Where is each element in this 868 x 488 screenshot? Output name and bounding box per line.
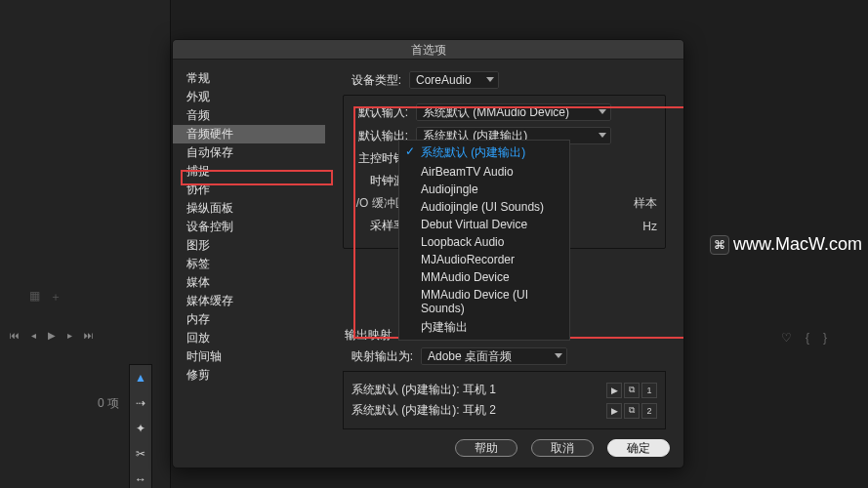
selection-tool-icon[interactable]: ▲ (135, 371, 146, 385)
output-mapping-row: 系统默认 (内建输出): 耳机 1▶⧉1 (351, 380, 657, 400)
map-to-select[interactable]: Adobe 桌面音频 (421, 347, 567, 365)
default-input-select[interactable]: 系统默认 (MMAudio Device) (416, 103, 611, 121)
sidebar-item[interactable]: 音频硬件 (173, 125, 325, 143)
skip-start-icon[interactable]: ⏮ (10, 330, 20, 341)
footer-icons: ♡ { } (781, 331, 827, 345)
dropdown-option[interactable]: AirBeamTV Audio (399, 163, 569, 181)
preferences-sidebar: 常规外观音频音频硬件自动保存捕捉协作操纵面板设备控制图形标签媒体媒体缓存内存回放… (173, 60, 325, 428)
map-to-value: Adobe 桌面音频 (428, 348, 512, 365)
cancel-button[interactable]: 取消 (531, 439, 594, 457)
sidebar-item[interactable]: 自动保存 (173, 143, 325, 162)
map-to-label: 映射输出为: (343, 348, 413, 365)
dropdown-option[interactable]: Audiojingle (UI Sounds) (399, 198, 569, 216)
output-row-number: 1 (641, 383, 657, 398)
output-row-btn[interactable]: ⧉ (624, 403, 640, 419)
skip-end-icon[interactable]: ⏭ (84, 330, 94, 341)
sidebar-item[interactable]: 修剪 (173, 366, 325, 385)
sample-rate-unit: Hz (642, 220, 657, 233)
dialog-title: 首选项 (173, 40, 683, 60)
sidebar-item[interactable]: 时间轴 (173, 347, 325, 366)
project-item-count: 0 项 (98, 395, 119, 412)
output-row-number: 2 (641, 403, 657, 419)
sidebar-item[interactable]: 媒体 (173, 273, 325, 292)
sidebar-item[interactable]: 常规 (173, 69, 325, 88)
ripple-edit-icon[interactable]: ✦ (136, 422, 145, 435)
output-row-btn[interactable]: ⧉ (624, 383, 640, 398)
sidebar-item[interactable]: 回放 (173, 329, 325, 347)
chevron-down-icon (555, 353, 562, 358)
sidebar-item[interactable]: 图形 (173, 236, 325, 255)
track-select-icon[interactable]: ⇢ (136, 396, 145, 410)
sidebar-item[interactable]: 设备控制 (173, 218, 325, 236)
heart-icon[interactable]: ♡ (781, 331, 792, 345)
ok-button[interactable]: 确定 (607, 439, 670, 457)
default-input-value: 系统默认 (MMAudio Device) (423, 104, 569, 121)
sidebar-item[interactable]: 外观 (173, 88, 325, 106)
device-type-select[interactable]: CoreAudio (409, 71, 499, 89)
help-button[interactable]: 帮助 (455, 439, 517, 457)
tool-strip: ▲ ⇢ ✦ ✂ ↔ ✎ (129, 364, 152, 488)
sidebar-item[interactable]: 协作 (173, 181, 325, 199)
new-bin-icon[interactable]: ▦ (29, 289, 40, 305)
sidebar-item[interactable]: 标签 (173, 255, 325, 273)
device-type-value: CoreAudio (416, 73, 472, 87)
sidebar-item[interactable]: 音频 (173, 106, 325, 125)
brace-right-icon[interactable]: } (823, 331, 827, 345)
sidebar-item[interactable]: 操纵面板 (173, 199, 325, 218)
chevron-down-icon (599, 109, 606, 114)
dropdown-option[interactable]: 系统默认 (内建输出) (399, 142, 569, 163)
watermark-text: www.MacW.com (733, 234, 862, 255)
output-row-text: 系统默认 (内建输出): 耳机 1 (351, 382, 496, 398)
output-row-btn[interactable]: ▶ (606, 383, 622, 398)
output-mapping-row: 系统默认 (内建输出): 耳机 2▶⧉2 (351, 400, 657, 421)
default-input-label: 默认输入: (350, 104, 408, 121)
dropdown-option[interactable]: MMAudio Device (399, 268, 569, 286)
dialog-footer: 帮助 取消 确定 (173, 428, 683, 468)
chevron-down-icon (599, 133, 606, 138)
step-back-icon[interactable]: ◂ (31, 330, 36, 341)
watermark: ⌘ www.MacW.com (710, 234, 862, 255)
bin-icons: ▦ ＋ (29, 289, 62, 305)
sidebar-item[interactable]: 捕捉 (173, 162, 325, 181)
preferences-main: 设备类型: CoreAudio 默认输入: 系统默认 (MMAudio Devi… (325, 60, 683, 428)
output-row-text: 系统默认 (内建输出): 耳机 2 (351, 402, 496, 419)
sidebar-item[interactable]: 内存 (173, 310, 325, 329)
device-type-label: 设备类型: (343, 72, 401, 89)
output-row-btn[interactable]: ▶ (606, 403, 622, 419)
dropdown-option[interactable]: MJAudioRecorder (399, 251, 569, 268)
play-icon[interactable]: ▶ (48, 330, 56, 341)
transport-controls: ⏮ ◂ ▶ ▸ ⏭ (10, 330, 94, 341)
razor-tool-icon[interactable]: ✂ (136, 447, 145, 461)
watermark-logo-icon: ⌘ (710, 235, 729, 255)
new-item-icon[interactable]: ＋ (50, 289, 62, 305)
dropdown-option[interactable]: Audiojingle (399, 181, 569, 198)
step-fwd-icon[interactable]: ▸ (67, 330, 72, 341)
chevron-down-icon (486, 77, 494, 82)
dropdown-option[interactable]: 内建输出 (399, 317, 569, 338)
dropdown-option[interactable]: MMAudio Device (UI Sounds) (399, 286, 569, 317)
output-mapping-panel: 系统默认 (内建输出): 耳机 1▶⧉1系统默认 (内建输出): 耳机 2▶⧉2 (343, 371, 666, 429)
preferences-dialog: 首选项 常规外观音频音频硬件自动保存捕捉协作操纵面板设备控制图形标签媒体媒体缓存… (172, 39, 684, 468)
io-buffer-unit: 样本 (634, 195, 657, 212)
dropdown-option[interactable]: Loopback Audio (399, 233, 569, 251)
dropdown-option[interactable]: Debut Virtual Device (399, 216, 569, 233)
default-output-dropdown[interactable]: 系统默认 (内建输出)AirBeamTV AudioAudiojingleAud… (398, 140, 570, 341)
slip-tool-icon[interactable]: ↔ (135, 472, 146, 486)
brace-left-icon[interactable]: { (806, 331, 809, 345)
sidebar-item[interactable]: 媒体缓存 (173, 292, 325, 310)
